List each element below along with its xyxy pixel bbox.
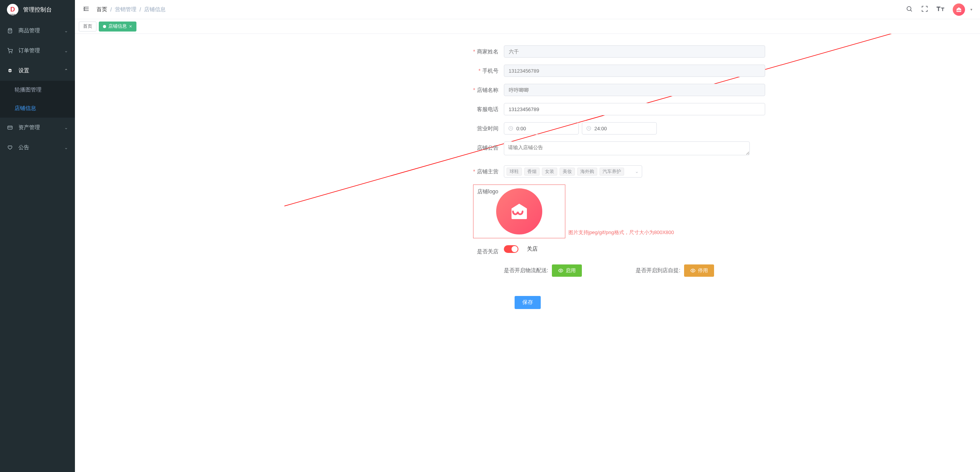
tab-label: 首页 [83, 23, 92, 30]
delivery-enable-button[interactable]: 启用 [552, 264, 582, 277]
breadcrumb-leaf: 店铺信息 [144, 6, 166, 13]
sidebar-sub-label: 轮播图管理 [15, 86, 42, 93]
closed-value-text: 关店 [527, 246, 538, 253]
service-phone-label: 客服电话 [278, 103, 504, 115]
hours-start-input[interactable]: 0:00 [504, 122, 579, 135]
tag-item[interactable]: 美妆 [560, 168, 575, 176]
svg-point-1 [12, 53, 12, 53]
collapse-sidebar-button[interactable] [83, 5, 90, 13]
eye-icon [690, 268, 696, 273]
sidebar-item-products[interactable]: 商品管理 ⌄ [0, 21, 75, 41]
shop-name-input [504, 84, 765, 96]
svg-point-3 [907, 7, 911, 11]
notice-textarea[interactable] [504, 141, 750, 155]
topbar: 首页 / 营销管理 / 店铺信息 ▾ [75, 0, 980, 19]
sidebar-sub-shopinfo[interactable]: 店铺信息 [0, 99, 75, 118]
logo-upload-box[interactable] [473, 184, 565, 238]
fontsize-icon[interactable] [937, 5, 944, 13]
brand-subtext: DODEAS [10, 13, 15, 15]
heart-icon [7, 145, 13, 150]
breadcrumb-mid[interactable]: 营销管理 [115, 6, 136, 13]
fullscreen-icon[interactable] [921, 5, 928, 13]
main-biz-select[interactable]: 球鞋 香烟 女装 美妆 海外购 汽车养护 ⌄ [504, 165, 642, 178]
gear-icon [7, 68, 13, 73]
tag-item[interactable]: 海外购 [577, 168, 597, 176]
phone-label: 手机号 [278, 65, 504, 77]
sidebar-item-label: 公告 [18, 144, 29, 151]
sidebar-menu: 商品管理 ⌄ 订单管理 ⌄ 设置 ⌃ 轮播图管理 店铺信息 [0, 19, 75, 158]
hours-end-value: 24:00 [595, 126, 607, 131]
tab-label: 店铺信息 [108, 23, 127, 30]
breadcrumb: 首页 / 营销管理 / 店铺信息 [96, 6, 166, 13]
sidebar-item-label: 资产管理 [18, 124, 40, 131]
chevron-up-icon: ⌃ [64, 68, 68, 73]
svg-point-8 [693, 270, 694, 271]
close-icon[interactable]: × [129, 23, 132, 29]
brand-title: 管理控制台 [23, 6, 52, 13]
merchant-name-label: 商家姓名 [278, 45, 504, 58]
sidebar-item-settings[interactable]: 设置 ⌃ [0, 61, 75, 81]
sidebar-item-orders[interactable]: 订单管理 ⌄ [0, 41, 75, 61]
breadcrumb-sep: / [140, 7, 141, 13]
brand-letter: D [10, 6, 15, 13]
chevron-down-icon: ⌄ [64, 28, 68, 33]
breadcrumb-sep: / [110, 7, 112, 13]
sidebar-item-label: 订单管理 [18, 47, 40, 54]
avatar[interactable] [953, 3, 965, 16]
sidebar-sub-label: 店铺信息 [15, 105, 36, 112]
shop-name-label: 店铺名称 [278, 84, 504, 96]
pickup-label: 是否开启到店自提: [636, 267, 680, 274]
delivery-label: 是否开启物流配送: [504, 267, 548, 274]
breadcrumb-home[interactable]: 首页 [96, 6, 107, 13]
main-biz-label: 店铺主营 [278, 165, 504, 178]
chevron-down-icon: ⌄ [64, 145, 68, 150]
search-icon[interactable] [906, 5, 913, 13]
sidebar-item-label: 设置 [18, 67, 29, 74]
logo-hint-text: 图片支持jpeg/gif/png格式，尺寸大小为800X800 [568, 229, 674, 238]
shop-form: 商家姓名 手机号 店铺名称 客服电话 营业时间 [278, 45, 777, 309]
pickup-disable-button[interactable]: 停用 [684, 264, 714, 277]
sidebar: D DODEAS 管理控制台 商品管理 ⌄ 订单管理 ⌄ [0, 0, 75, 472]
store-logo-icon [496, 188, 542, 234]
sidebar-sub-banner[interactable]: 轮播图管理 [0, 81, 75, 99]
phone-input [504, 65, 765, 77]
hours-start-value: 0:00 [517, 126, 526, 131]
button-label: 保存 [522, 299, 533, 306]
closed-switch[interactable] [504, 245, 518, 253]
closed-label: 是否关店 [278, 245, 504, 258]
button-label: 启用 [566, 267, 576, 274]
svg-point-0 [9, 53, 10, 53]
hours-end-input[interactable]: 24:00 [582, 122, 657, 135]
notice-label: 店铺公告 [278, 141, 504, 154]
save-button[interactable]: 保存 [515, 296, 541, 309]
chevron-down-icon: ⌄ [64, 48, 68, 53]
service-phone-input[interactable] [504, 103, 765, 115]
svg-point-7 [560, 270, 562, 271]
brand-logo: D DODEAS [7, 4, 18, 15]
tag-item[interactable]: 香烟 [524, 168, 540, 176]
svg-rect-2 [8, 126, 12, 129]
clock-icon [586, 126, 591, 131]
tabs-bar: 首页 店铺信息 × [75, 19, 980, 34]
tag-item[interactable]: 汽车养护 [600, 168, 624, 176]
logo-label: 店铺logo [278, 184, 504, 198]
sidebar-item-assets[interactable]: 资产管理 ⌄ [0, 118, 75, 138]
tab-home[interactable]: 首页 [79, 22, 96, 32]
caret-down-icon[interactable]: ▾ [970, 7, 972, 12]
chevron-down-icon: ⌄ [635, 169, 639, 174]
card-icon [7, 125, 13, 130]
hours-label: 营业时间 [278, 122, 504, 135]
tab-shopinfo[interactable]: 店铺信息 × [99, 22, 136, 32]
tag-item[interactable]: 球鞋 [507, 168, 522, 176]
chevron-down-icon: ⌄ [64, 125, 68, 130]
main-area: 首页 / 营销管理 / 店铺信息 ▾ [75, 0, 980, 472]
sidebar-item-notice[interactable]: 公告 ⌄ [0, 138, 75, 158]
cart-icon [7, 48, 13, 53]
brand-header: D DODEAS 管理控制台 [0, 0, 75, 19]
active-dot-icon [103, 25, 106, 28]
tag-item[interactable]: 女装 [542, 168, 557, 176]
content: 商家姓名 手机号 店铺名称 客服电话 营业时间 [75, 34, 980, 472]
bag-icon [7, 28, 13, 33]
clock-icon [508, 126, 513, 131]
button-label: 停用 [698, 267, 708, 274]
